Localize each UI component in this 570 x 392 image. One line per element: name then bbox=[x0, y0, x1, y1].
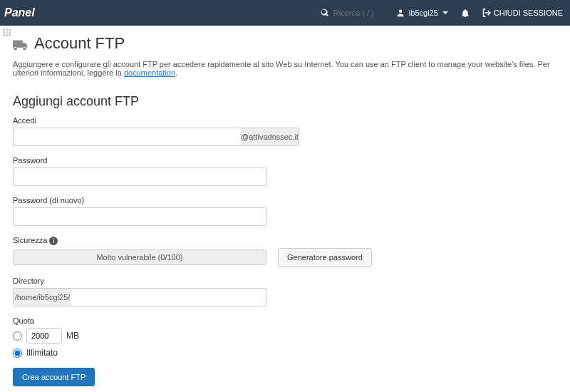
apps-grid-icon[interactable] bbox=[3, 29, 11, 36]
logout-label: CHIUDI SESSIONE bbox=[494, 9, 563, 17]
login-input[interactable] bbox=[13, 128, 241, 146]
password2-label: Password (di nuovo) bbox=[13, 196, 557, 205]
user-menu[interactable]: ib5cgi25 bbox=[396, 9, 448, 17]
password2-input[interactable] bbox=[13, 207, 266, 226]
strength-bar: Molto vulnerabile (0/100) bbox=[13, 249, 266, 265]
topbar: Panel ib5cgi25 CHIUDI SESSIONE bbox=[0, 0, 570, 26]
generate-password-button[interactable]: Generatore password bbox=[278, 248, 372, 267]
page-title: Account FTP bbox=[13, 34, 557, 53]
info-icon[interactable]: i bbox=[49, 237, 58, 245]
directory-prefix: /home/ib5cgi25/ bbox=[13, 288, 71, 306]
quota-unlimited-label: Illimitato bbox=[26, 348, 58, 358]
directory-input[interactable] bbox=[71, 288, 266, 306]
search-icon bbox=[321, 9, 329, 17]
quota-unlimited-radio[interactable] bbox=[13, 349, 22, 358]
quota-limited-radio[interactable] bbox=[13, 331, 22, 341]
login-label: Accedi bbox=[13, 116, 557, 125]
chevron-down-icon bbox=[442, 11, 448, 14]
password-input[interactable] bbox=[13, 167, 266, 186]
logout-button[interactable]: CHIUDI SESSIONE bbox=[482, 9, 563, 17]
quota-label: Quota bbox=[13, 316, 557, 325]
logo: Panel bbox=[4, 6, 35, 19]
create-account-button[interactable]: Crea account FTP bbox=[13, 368, 95, 386]
global-search[interactable] bbox=[321, 9, 383, 17]
intro-text: Aggiungere e configurare gli account FTP… bbox=[13, 60, 557, 77]
directory-label: Directory bbox=[13, 277, 557, 285]
user-name: ib5cgi25 bbox=[409, 9, 438, 17]
password-label: Password bbox=[13, 156, 557, 165]
quota-value-input[interactable] bbox=[26, 328, 62, 344]
truck-icon bbox=[13, 37, 28, 50]
bell-icon[interactable] bbox=[461, 9, 470, 17]
global-search-input[interactable] bbox=[333, 9, 383, 17]
security-label: Sicurezza i bbox=[13, 236, 557, 245]
quota-mb-label: MB bbox=[66, 331, 79, 341]
doc-link[interactable]: documentation bbox=[124, 68, 175, 77]
logout-icon bbox=[482, 9, 491, 17]
user-icon bbox=[396, 9, 405, 17]
form-heading: Aggiungi account FTP bbox=[13, 94, 557, 109]
domain-suffix: @attivadnssec.it bbox=[241, 128, 299, 146]
